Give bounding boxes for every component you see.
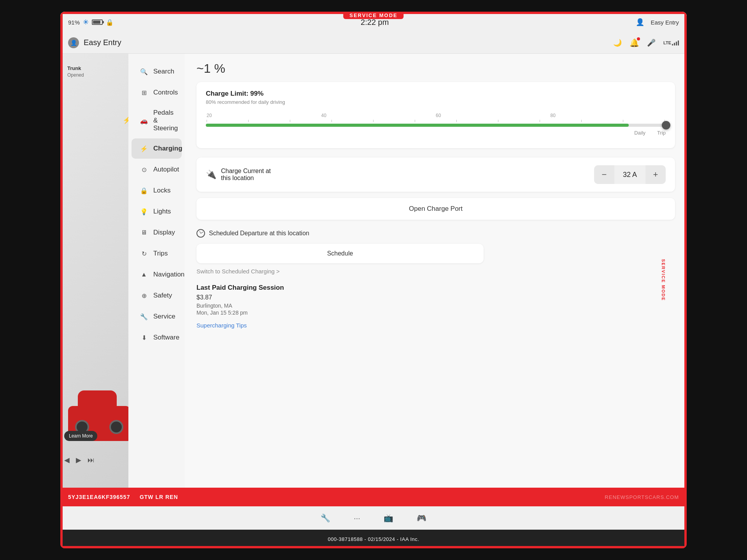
plug-icon: 🔌 (206, 170, 216, 180)
switch-charging-link[interactable]: Switch to Scheduled Charging > (196, 268, 675, 275)
charge-limit-slider-container: 20 40 60 80 (206, 113, 666, 136)
battery-icon (92, 19, 103, 25)
sidebar-item-controls[interactable]: ⊞ Controls (132, 82, 182, 103)
sidebar-item-label-trips: Trips (153, 250, 168, 257)
software-icon: ⬇ (139, 333, 149, 342)
status-left: 91% ✳ 🔒 (68, 18, 114, 26)
safety-icon: ⊕ (139, 291, 149, 300)
last-session-location: Burlington, MA (196, 303, 675, 309)
current-stepper: − 32 A + (594, 165, 666, 184)
service-border-bottom (60, 546, 687, 548)
last-session-title: Last Paid Charging Session (196, 284, 675, 292)
tick (498, 120, 498, 122)
last-session-date: Mon, Jan 15 5:28 pm (196, 310, 675, 316)
vin-number: 5YJ3E1EA6KF396557 (68, 494, 130, 500)
trunk-label: Trunk (67, 65, 81, 71)
lock-icon: 🔒 (106, 19, 114, 26)
pedals-icon: 🚗 (139, 116, 149, 125)
sidebar-item-pedals[interactable]: 🚗 Pedals & Steering (132, 103, 182, 138)
sidebar-item-label-lights: Lights (153, 208, 171, 215)
sidebar-item-trips[interactable]: ↻ Trips (132, 243, 182, 264)
learn-more-button[interactable]: Learn More (64, 431, 97, 441)
battery-fill (93, 21, 100, 24)
open-charge-port-button[interactable]: Open Charge Port (196, 198, 675, 220)
service-mode-label-right: SERVICE MODE (661, 259, 666, 301)
moon-icon: 🌙 (613, 38, 622, 47)
header-title: Easy Entry (84, 38, 613, 47)
status-right: 👤 Easy Entry (636, 18, 679, 26)
sidebar-item-lights[interactable]: 💡 Lights (132, 201, 182, 222)
sidebar-item-navigation[interactable]: ▲ Navigation (132, 264, 182, 285)
app-bar-item-0[interactable]: 🔧 (321, 513, 330, 523)
auction-bar: 000-38718588 - 02/15/2024 - IAA Inc. (60, 530, 687, 548)
notification-dot (637, 37, 640, 40)
sidebar-item-label-charging: Charging (153, 145, 182, 152)
charge-current-card: 🔌 Charge Current atthis location − 32 A … (196, 158, 675, 192)
sidebar-item-safety[interactable]: ⊕ Safety (132, 285, 182, 306)
sidebar-item-label-locks: Locks (153, 187, 170, 194)
sidebar-item-service[interactable]: 🔧 Service (132, 306, 182, 327)
scheduled-departure-text: Scheduled Departure at this location (209, 230, 309, 237)
vin-text: 5YJ3E1EA6KF396557 GTW LR REN (68, 494, 178, 500)
app-bar-icon-1: ··· (354, 514, 360, 523)
trunk-status: Opened (67, 72, 84, 78)
schedule-button[interactable]: Schedule (196, 244, 484, 263)
media-prev-icon[interactable]: ◀ (64, 456, 70, 464)
main-content: Trunk Opened ⚡ Learn More ◀ ▶ (60, 54, 687, 488)
tick (456, 120, 457, 122)
bell-wrapper: 🔔 (630, 38, 639, 47)
charge-limit-card: Charge Limit: 99% 80% recommended for da… (196, 82, 675, 148)
sidebar-item-label-search: Search (153, 68, 174, 75)
trip-label: Trip (657, 130, 666, 136)
app-bar-icon-0: 🔧 (321, 513, 330, 523)
decrease-current-button[interactable]: − (594, 165, 614, 184)
screen: SERVICE MODE SERVICE MODE 91% ✳ 🔒 2:22 p… (60, 12, 687, 548)
navigation-icon: ▲ (139, 270, 149, 279)
media-next-icon[interactable]: ⏭ (88, 456, 95, 464)
app-bar-item-3[interactable]: 🎮 (417, 513, 426, 523)
media-play-icon[interactable]: ▶ (76, 456, 81, 464)
signal-bar-4 (678, 40, 679, 46)
sidebar-item-locks[interactable]: 🔒 Locks (132, 180, 182, 201)
service-border-left (60, 12, 63, 548)
sidebar-item-charging[interactable]: ⚡ Charging (132, 138, 182, 159)
slider-ticks (206, 120, 666, 122)
sidebar-item-software[interactable]: ⬇ Software (132, 327, 182, 348)
gtw-text: GTW LR REN (140, 494, 178, 500)
charge-limit-subtitle: 80% recommended for daily driving (206, 99, 666, 105)
lte-text: LTE (663, 40, 671, 45)
person-icon: 👤 (636, 18, 644, 26)
sidebar-item-display[interactable]: 🖥 Display (132, 222, 182, 243)
sidebar-item-label-controls: Controls (153, 89, 178, 96)
signal-bar-3 (676, 42, 677, 46)
service-icon: 🔧 (139, 312, 149, 321)
app-bar-icon-2: 📺 (384, 513, 393, 523)
car-area: Trunk Opened ⚡ Learn More ◀ ▶ (60, 54, 128, 488)
charge-current-left: 🔌 Charge Current atthis location (206, 168, 271, 182)
sidebar-item-search[interactable]: 🔍 Search (132, 61, 182, 82)
charge-limit-title: Charge Limit: 99% (206, 90, 666, 98)
charge-percent-display: ~1 % (196, 61, 675, 76)
lte-indicator: LTE (663, 40, 679, 46)
display-icon: 🖥 (139, 228, 149, 237)
slider-labels: 20 40 60 80 (206, 113, 666, 118)
tick (331, 120, 332, 122)
header-person-icon: 👤 (68, 37, 79, 48)
slider-thumb[interactable] (662, 121, 670, 130)
charge-limit-slider[interactable] (206, 124, 666, 127)
header-bar: 👤 Easy Entry 🌙 🔔 🎤 LTE (60, 32, 687, 54)
sidebar-item-autopilot[interactable]: ⊙ Autopilot (132, 159, 182, 180)
increase-current-button[interactable]: + (645, 165, 666, 184)
app-bar-icon-3: 🎮 (417, 513, 426, 523)
controls-icon: ⊞ (139, 88, 149, 97)
app-bar-item-1[interactable]: ··· (354, 514, 360, 523)
slider-label-60: 60 (436, 113, 441, 118)
slider-label-20: 20 (207, 113, 212, 118)
supercharging-tips-link[interactable]: Supercharging Tips (196, 322, 247, 329)
service-mode-label: SERVICE MODE (343, 12, 403, 19)
current-value: 32 A (614, 171, 645, 179)
tick (248, 120, 249, 122)
app-bar-item-2[interactable]: 📺 (384, 513, 393, 523)
mic-icon[interactable]: 🎤 (647, 38, 656, 47)
auction-text: 000-38718588 - 02/15/2024 - IAA Inc. (328, 536, 419, 542)
